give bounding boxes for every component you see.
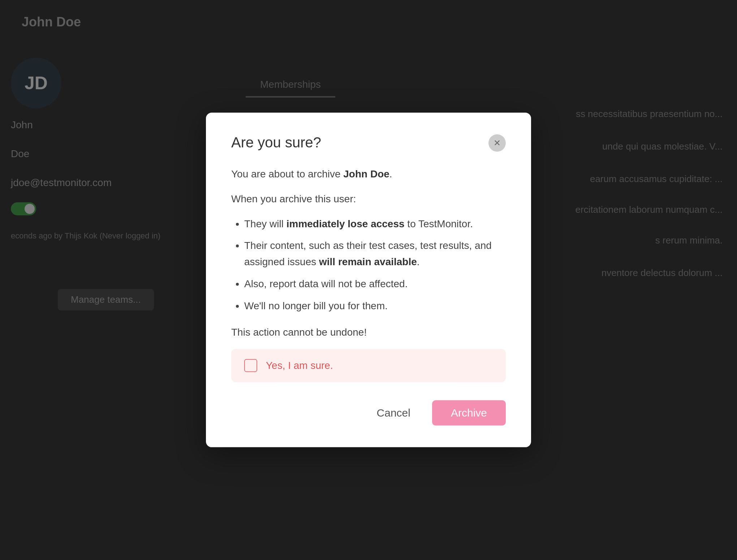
modal-title: Are you sure?	[231, 134, 321, 151]
modal-body: You are about to archive John Doe. When …	[231, 166, 506, 340]
close-icon: ✕	[494, 138, 501, 148]
modal-close-button[interactable]: ✕	[488, 134, 506, 152]
confirm-row: Yes, I am sure.	[231, 349, 506, 382]
archive-button[interactable]: Archive	[432, 400, 506, 426]
modal-intro-text: You are about to archive John Doe.	[231, 166, 506, 182]
confirm-checkbox[interactable]	[244, 359, 257, 372]
modal-bullet-3: Also, report data will not be affected.	[244, 276, 506, 292]
modal-bullet-4: We'll no longer bill you for them.	[244, 298, 506, 314]
archive-confirm-modal: Are you sure? ✕ You are about to archive…	[206, 113, 531, 447]
modal-header: Are you sure? ✕	[231, 134, 506, 152]
modal-user-name: John Doe	[343, 168, 389, 180]
modal-when-archive-text: When you archive this user:	[231, 191, 506, 207]
cancel-button[interactable]: Cancel	[366, 400, 421, 426]
confirm-label[interactable]: Yes, I am sure.	[266, 360, 333, 371]
modal-bullet-1: They will immediately lose access to Tes…	[244, 216, 506, 232]
modal-footer: Cancel Archive	[231, 400, 506, 426]
modal-warning-text: This action cannot be undone!	[231, 324, 506, 340]
modal-bullets: They will immediately lose access to Tes…	[244, 216, 506, 314]
modal-bullet-2: Their content, such as their test cases,…	[244, 238, 506, 270]
